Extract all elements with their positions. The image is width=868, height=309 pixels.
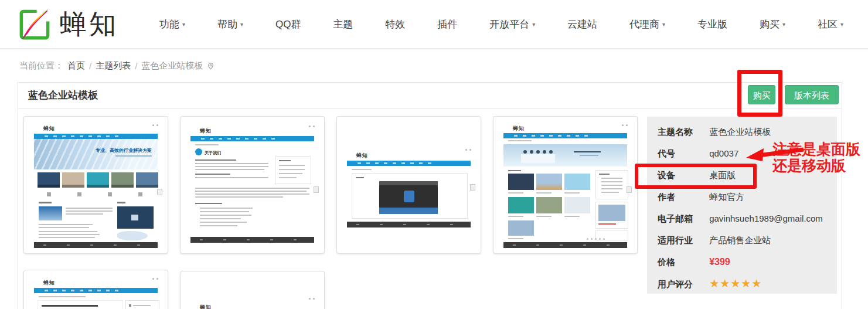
nav-item-cloud-site[interactable]: 云建站 [567,18,597,31]
mini-banner-subline [580,155,598,156]
mini-sidebar-line [279,169,305,170]
theme-screenshot-2[interactable]: 蝉知 关于我们 [180,116,325,254]
mini-subheading [195,174,230,175]
spec-value-theme-name: 蓝色企业站模板 [709,127,771,137]
theme-screenshot-1[interactable]: 蝉知 专业、高效的行业解决方案 [23,116,168,254]
brand-name: 蝉知 [60,6,118,43]
main-menu: 功能▾ 帮助▾ QQ群 主题 特效 插件 开放平台▾ 云建站 代理商▾ 专业版 … [159,0,843,48]
mini-sidebar-line [601,192,619,193]
mini-sidebar-line [279,173,302,174]
spec-value-code: qd0037 [709,148,738,158]
mini-caption-line [564,216,580,217]
mini-nav-bar [190,136,314,141]
mini-bullet-line [39,224,93,225]
mini-text-line [195,177,268,178]
mini-caption-line [508,216,523,217]
spec-label: 代号 [658,147,707,161]
nav-item-plugins[interactable]: 插件 [437,18,457,31]
mini-site-homepage: 蝉知 专业、高效的行业解决方案 [29,122,162,248]
mini-bullet-line [39,227,89,228]
nav-item-agents[interactable]: 代理商▾ [629,18,665,31]
mini-sidebar-box [595,230,628,240]
theme-screenshot-5[interactable]: 蝉知 [23,270,168,309]
mini-video-titlebar [379,181,438,185]
mini-text-line [195,169,264,170]
breadcrumb-home-link[interactable]: 首页 [67,60,85,72]
mini-feature-icons [47,192,51,196]
theme-screenshot-4[interactable]: 蝉知 [493,116,638,254]
nav-item-help[interactable]: 帮助▾ [217,18,243,31]
mini-site-about: 蝉知 关于我们 [186,122,319,248]
mini-side-widget [627,186,632,193]
mini-sidebar-line [279,165,305,166]
mini-footer [503,242,627,248]
spec-label: 价格 [658,255,707,269]
nav-item-qq-group[interactable]: QQ群 [275,18,301,31]
caret-down-icon: ▾ [240,21,243,28]
mini-list-line [200,215,251,216]
mini-list-line [200,211,249,212]
mini-logo: 蝉知 [513,125,525,133]
spec-row-price: 价格 ¥399 [658,255,837,277]
mini-nav-bar [34,288,158,293]
mini-news-line [39,237,95,238]
mini-caption-line [536,216,552,217]
mini-caption-line [536,192,552,193]
mini-breadcrumb-line [352,169,372,170]
mini-breadcrumb-line [195,144,219,145]
star-rating-icon: ★★★★★ [709,277,762,290]
mini-list-line [200,208,253,209]
mini-product-image [536,174,562,190]
nav-item-features[interactable]: 功能▾ [159,18,185,31]
mini-text-line [66,213,103,215]
buy-button[interactable]: 购买 [748,85,775,104]
mini-sidebar-line [601,185,622,186]
mini-article-title [42,305,98,307]
brand-logo[interactable]: 蝉知 [18,6,118,43]
mini-article-panel [38,300,123,309]
carousel-dots-icon [622,124,624,126]
theme-detail-panel: 蓝色企业站模板 购买 版本列表 蝉知 专业、高效的行业解决方案 [18,82,842,309]
theme-screenshot-6[interactable]: 蝉知 [180,271,325,309]
mini-video-image [117,206,154,229]
location-pin-icon [207,62,215,71]
carousel-dots-icon [152,278,154,280]
spec-row-industry: 适用行业 产品销售企业站 [658,233,837,255]
mini-sidebar-line [279,160,291,161]
nav-item-effects[interactable]: 特效 [385,18,405,31]
mini-product-image [508,220,534,236]
mini-logo: 蝉知 [43,125,55,133]
mini-card-image [62,172,84,188]
nav-item-open-platform[interactable]: 开放平台▾ [489,18,535,31]
mini-sidebar-line [601,178,622,179]
mini-banner-slogan: 专业、高效的行业解决方案 [96,147,152,154]
mini-text-line [195,193,309,195]
mini-sidebar-box [275,156,311,184]
nav-item-community[interactable]: 社区▾ [818,18,843,31]
nav-item-themes[interactable]: 主题 [333,18,353,31]
mini-sidebar-box [595,202,628,229]
mini-map-image [117,231,148,240]
nav-item-pro-edition[interactable]: 专业版 [697,18,727,31]
theme-screenshot-3[interactable]: 蝉知 [336,116,481,254]
mini-caption-line [508,238,523,239]
mini-sidebar-line [279,177,297,178]
version-list-button[interactable]: 版本列表 [785,85,839,104]
caret-down-icon: ▾ [782,21,785,28]
page-title: 蓝色企业站模板 [28,83,98,108]
breadcrumb: 当前位置： 首页 / 主题列表 / 蓝色企业站模板 [19,60,215,72]
mini-site-products: 蝉知 [499,122,632,248]
breadcrumb-theme-list-link[interactable]: 主题列表 [96,60,131,72]
nav-item-buy[interactable]: 购买▾ [760,18,785,31]
caret-down-icon: ▾ [182,21,185,28]
carousel-dots-icon [465,149,467,151]
spec-label: 适用行业 [658,233,707,247]
mini-product-image [508,174,534,190]
mini-sidebar-line [133,305,151,306]
caret-down-icon: ▾ [532,21,535,28]
mini-logo: 蝉知 [200,127,212,135]
panel-header: 蓝色企业站模板 购买 版本列表 [18,83,842,108]
mini-heading [356,177,364,178]
mini-side-widget [157,189,162,195]
breadcrumb-separator: / [135,61,137,71]
